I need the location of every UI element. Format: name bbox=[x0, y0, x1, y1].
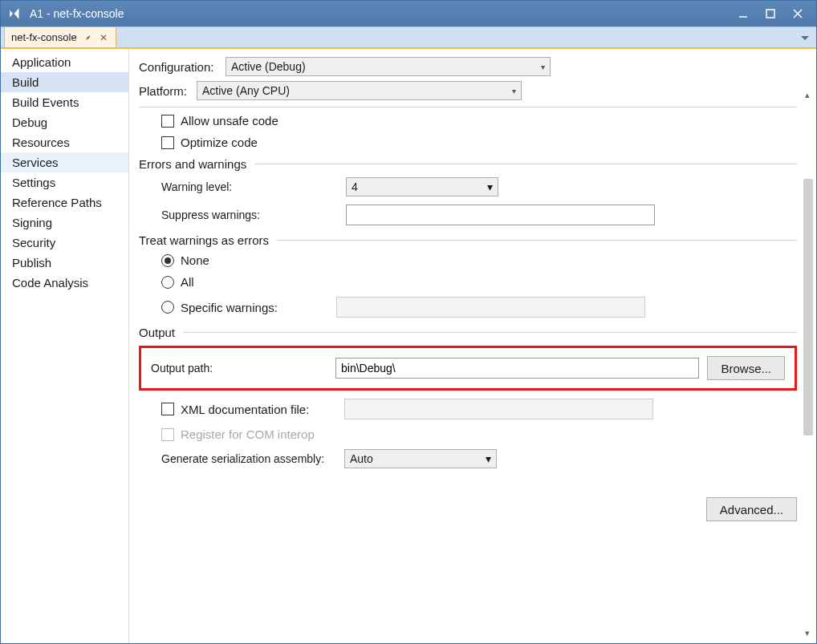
sidebar-item-application[interactable]: Application bbox=[1, 52, 128, 72]
register-com-checkbox bbox=[161, 428, 174, 441]
optimize-code-label: Optimize code bbox=[181, 136, 258, 149]
xml-doc-input bbox=[344, 399, 653, 419]
platform-select[interactable]: Active (Any CPU) ▾ bbox=[197, 81, 522, 100]
configuration-label: Configuration: bbox=[139, 60, 219, 74]
warning-level-label: Warning level: bbox=[161, 180, 338, 193]
minimize-button[interactable] bbox=[730, 3, 757, 24]
platform-label: Platform: bbox=[139, 84, 190, 98]
window-title: A1 - net-fx-console bbox=[30, 7, 124, 20]
category-sidebar: Application Build Build Events Debug Res… bbox=[1, 49, 129, 643]
tabbar-overflow-icon[interactable] bbox=[799, 32, 811, 45]
treat-none-label: None bbox=[181, 253, 209, 267]
treat-all-radio[interactable] bbox=[161, 276, 174, 289]
scrollbar-track[interactable] bbox=[803, 179, 814, 621]
scroll-up-icon[interactable]: ▴ bbox=[800, 87, 815, 102]
chevron-down-icon: ▾ bbox=[541, 63, 545, 71]
chevron-down-icon: ▾ bbox=[486, 452, 491, 465]
register-com-label: Register for COM interop bbox=[181, 427, 315, 441]
suppress-warnings-label: Suppress warnings: bbox=[161, 209, 338, 221]
scroll-down-icon[interactable]: ▾ bbox=[800, 626, 815, 640]
sidebar-item-publish[interactable]: Publish bbox=[1, 253, 128, 273]
output-path-input[interactable] bbox=[335, 358, 699, 379]
treat-warnings-section-header: Treat warnings as errors bbox=[139, 233, 797, 247]
sidebar-item-security[interactable]: Security bbox=[1, 233, 128, 253]
configuration-select[interactable]: Active (Debug) ▾ bbox=[226, 57, 551, 76]
output-section-header: Output bbox=[139, 326, 797, 339]
treat-specific-label: Specific warnings: bbox=[181, 301, 330, 314]
tab-label: net-fx-console bbox=[11, 31, 77, 43]
sidebar-item-build-events[interactable]: Build Events bbox=[1, 92, 128, 112]
suppress-warnings-input[interactable] bbox=[346, 205, 655, 225]
advanced-button[interactable]: Advanced... bbox=[706, 497, 797, 521]
sidebar-item-reference-paths[interactable]: Reference Paths bbox=[1, 192, 128, 213]
treat-specific-radio[interactable] bbox=[161, 301, 174, 314]
chevron-down-icon: ▾ bbox=[512, 87, 516, 95]
titlebar: A1 - net-fx-console bbox=[1, 1, 816, 26]
sidebar-item-debug[interactable]: Debug bbox=[1, 112, 128, 132]
treat-specific-input bbox=[336, 297, 645, 318]
close-tab-icon[interactable]: ✕ bbox=[98, 32, 109, 43]
sidebar-item-resources[interactable]: Resources bbox=[1, 132, 128, 152]
serialization-select[interactable]: Auto ▾ bbox=[344, 449, 497, 468]
xml-doc-label: XML documentation file: bbox=[181, 403, 338, 416]
svg-rect-1 bbox=[766, 10, 774, 18]
output-path-label: Output path: bbox=[151, 362, 327, 375]
allow-unsafe-checkbox[interactable] bbox=[161, 115, 174, 128]
xml-doc-checkbox[interactable] bbox=[161, 403, 174, 415]
treat-none-radio[interactable] bbox=[161, 254, 174, 267]
allow-unsafe-label: Allow unsafe code bbox=[181, 114, 278, 128]
tab-net-fx-console[interactable]: net-fx-console ✕ bbox=[4, 26, 116, 47]
treat-all-label: All bbox=[181, 275, 194, 289]
scrollbar-thumb[interactable] bbox=[803, 179, 813, 435]
output-path-highlight: Output path: Browse... bbox=[139, 346, 797, 391]
sidebar-item-services[interactable]: Services bbox=[1, 152, 128, 172]
maximize-button[interactable] bbox=[757, 3, 784, 24]
sidebar-item-settings[interactable]: Settings bbox=[1, 172, 128, 192]
serialization-label: Generate serialization assembly: bbox=[161, 452, 338, 465]
errors-section-header: Errors and warnings bbox=[139, 157, 797, 171]
document-tabbar: net-fx-console ✕ bbox=[1, 26, 816, 49]
divider bbox=[139, 107, 797, 107]
browse-button[interactable]: Browse... bbox=[707, 356, 785, 380]
sidebar-item-build[interactable]: Build bbox=[1, 72, 128, 92]
warning-level-select[interactable]: 4 ▾ bbox=[346, 177, 498, 196]
content-area: Application Build Build Events Debug Res… bbox=[1, 49, 816, 643]
chevron-down-icon: ▾ bbox=[487, 180, 493, 193]
sidebar-item-signing[interactable]: Signing bbox=[1, 213, 128, 233]
vs-window: A1 - net-fx-console net-fx-console ✕ App… bbox=[0, 0, 817, 644]
pin-icon[interactable] bbox=[82, 32, 93, 43]
sidebar-item-code-analysis[interactable]: Code Analysis bbox=[1, 273, 128, 293]
properties-panel: Configuration: Active (Debug) ▾ Platform… bbox=[129, 49, 816, 643]
vs-logo-icon bbox=[7, 6, 23, 22]
close-button[interactable] bbox=[784, 3, 811, 24]
optimize-code-checkbox[interactable] bbox=[161, 136, 174, 149]
